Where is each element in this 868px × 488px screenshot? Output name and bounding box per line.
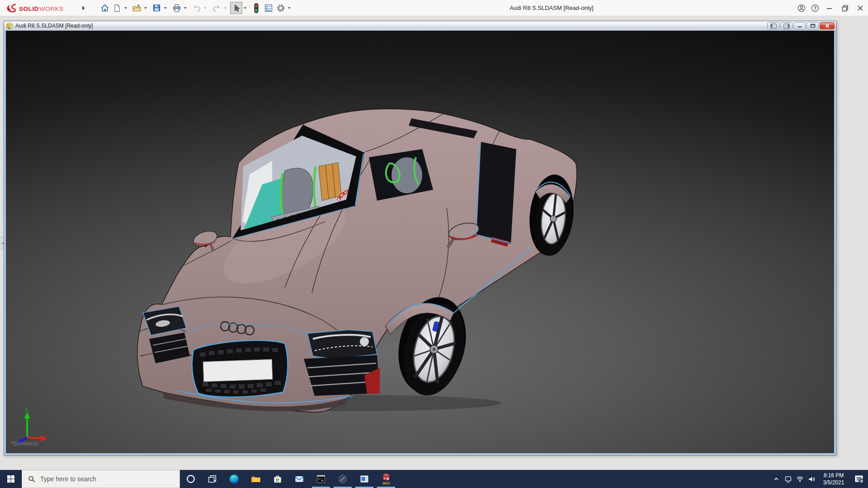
- x-axis: [27, 437, 42, 438]
- home-button[interactable]: [99, 2, 111, 14]
- cortana-icon: [186, 474, 196, 484]
- view-orientation-label: *Dimetric: [11, 440, 38, 447]
- svg-text:WORKS: WORKS: [39, 5, 64, 12]
- window-controls: ?: [795, 0, 868, 16]
- print-dropdown-arrow[interactable]: [183, 2, 188, 14]
- command-prompt-icon: C:\: [316, 474, 326, 484]
- close-button[interactable]: [853, 0, 868, 16]
- tray-clock[interactable]: 8:16 PM 3/5/2021: [819, 472, 848, 486]
- clock-time: 8:16 PM: [819, 472, 848, 479]
- windows-logo-icon: [7, 475, 15, 483]
- wifi-icon: [796, 475, 804, 483]
- mail-icon: [294, 474, 305, 484]
- collapse-right-pane-button[interactable]: [780, 22, 793, 29]
- graphics-viewport[interactable]: Y X *Dimetric: [6, 31, 834, 453]
- system-tray: 8:16 PM 3/5/2021 3: [770, 470, 868, 488]
- tablet-mode-icon: [784, 475, 793, 483]
- new-document-dropdown-arrow[interactable]: [123, 2, 128, 14]
- volume-button[interactable]: [806, 470, 817, 488]
- select-tool-dropdown-arrow[interactable]: [242, 2, 247, 14]
- document-window: Audi R8 S.SLDASM [Read-only]: [4, 21, 836, 455]
- svg-text:?: ?: [814, 6, 816, 11]
- print-button[interactable]: [170, 2, 183, 14]
- undo-button[interactable]: [190, 2, 203, 14]
- taskbar-search[interactable]: [22, 470, 180, 488]
- start-button[interactable]: [0, 470, 22, 488]
- task-view-button[interactable]: [202, 470, 223, 488]
- undo-dropdown-arrow[interactable]: [203, 2, 208, 14]
- solidworks-logo: SOLID WORKS: [5, 3, 76, 14]
- minimize-button[interactable]: [822, 0, 837, 16]
- open-button[interactable]: [131, 2, 143, 14]
- document-close-button[interactable]: [820, 22, 835, 29]
- hexagon-app-button[interactable]: [332, 470, 354, 488]
- store-button[interactable]: [267, 470, 288, 488]
- triad-x-label: X: [47, 431, 50, 436]
- document-title: Audi R8 S.SLDASM [Read-only]: [15, 23, 93, 29]
- edge-icon: [229, 474, 240, 484]
- document-body: Y X *Dimetric: [4, 31, 836, 455]
- cortana-button[interactable]: [180, 470, 202, 488]
- orientation-triad: Y X: [15, 407, 51, 445]
- select-tool-button[interactable]: [230, 2, 242, 14]
- audi-r8-model[interactable]: [136, 103, 583, 415]
- options-dropdown-arrow[interactable]: [287, 2, 292, 14]
- edge-button[interactable]: [223, 470, 245, 488]
- solidworks-app-icon: S W 2021: [380, 473, 392, 485]
- save-button[interactable]: [151, 2, 163, 14]
- svg-text:C:\: C:\: [318, 478, 323, 481]
- document-minimize-button[interactable]: [793, 22, 806, 29]
- account-icon[interactable]: [795, 0, 808, 16]
- headlight-right-projector: [360, 337, 369, 346]
- document-restore-button[interactable]: [807, 22, 819, 29]
- tray-overflow-chevron[interactable]: [770, 470, 782, 488]
- file-properties-button[interactable]: [262, 2, 274, 14]
- help-icon[interactable]: ?: [808, 0, 822, 16]
- file-explorer-icon: [250, 474, 261, 484]
- wifi-button[interactable]: [794, 470, 806, 488]
- windows-taskbar: C:\ S W 2021 8:16: [0, 470, 868, 488]
- quick-access-toolbar: [99, 2, 294, 14]
- mail-button[interactable]: [288, 470, 310, 488]
- restore-button[interactable]: [837, 0, 853, 16]
- notification-icon: 3: [854, 474, 864, 484]
- file-explorer-button[interactable]: [245, 470, 267, 488]
- mdi-client-area: ◂ Audi R8 S.SLDASM [Read-only]: [0, 16, 868, 470]
- y-axis-arrowhead: [24, 412, 30, 418]
- save-dropdown-arrow[interactable]: [163, 2, 168, 14]
- collapse-left-pane-button[interactable]: [767, 22, 779, 29]
- app-titlebar: SOLID WORKS: [0, 0, 868, 16]
- redo-dropdown-arrow[interactable]: [222, 2, 227, 14]
- svg-text:SOLID: SOLID: [19, 5, 39, 12]
- store-icon: [272, 474, 283, 484]
- task-view-icon: [208, 474, 217, 484]
- breadcrumb-expand-icon[interactable]: [82, 6, 85, 10]
- license-plate: [203, 359, 272, 381]
- document-titlebar[interactable]: Audi R8 S.SLDASM [Read-only]: [4, 21, 836, 31]
- svg-text:2021: 2021: [382, 481, 390, 485]
- app-window-title: Audi R8 S.SLDASM [Read-only]: [461, 0, 642, 16]
- search-input[interactable]: [40, 475, 167, 483]
- command-prompt-button[interactable]: C:\: [310, 470, 332, 488]
- chevron-up-icon: [772, 475, 780, 483]
- clock-date: 3/5/2021: [819, 479, 848, 486]
- new-document-button[interactable]: [111, 2, 123, 14]
- action-center-button[interactable]: 3: [850, 470, 868, 488]
- svg-text:S: S: [383, 477, 386, 480]
- hexagon-app-icon: [337, 474, 348, 484]
- tablet-mode-button[interactable]: [782, 470, 794, 488]
- solidworks-taskbar-button[interactable]: S W 2021: [375, 470, 397, 488]
- triad-y-label: Y: [25, 407, 28, 413]
- side-blade: [476, 142, 516, 244]
- svg-text:W: W: [387, 477, 390, 480]
- blue-window-app-icon: [359, 474, 370, 484]
- open-dropdown-arrow[interactable]: [143, 2, 148, 14]
- x-axis-arrowhead: [40, 435, 47, 441]
- blue-window-app-button[interactable]: [354, 470, 375, 488]
- rebuild-button[interactable]: [250, 2, 262, 14]
- redo-button[interactable]: [210, 2, 222, 14]
- assembly-file-icon: [6, 22, 13, 29]
- options-gear-button[interactable]: [274, 2, 287, 14]
- home-door: [104, 9, 105, 11]
- volume-icon: [807, 475, 816, 483]
